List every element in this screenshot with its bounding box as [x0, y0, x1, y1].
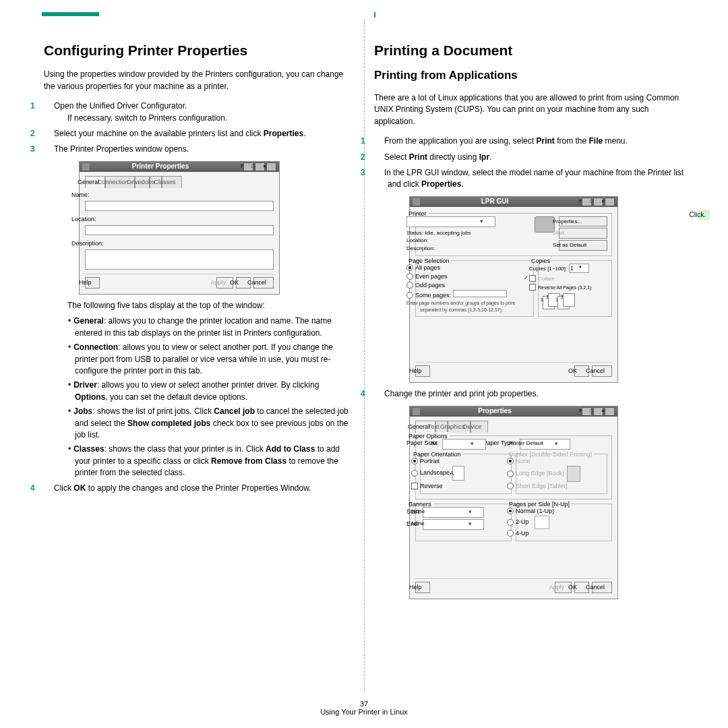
- some-pages-radio[interactable]: [406, 292, 413, 299]
- nup-1-radio[interactable]: [507, 508, 514, 514]
- duplex-group: Duplex [Double-Sided Printing] None Long…: [516, 454, 607, 494]
- bullet-driver: Driver: allows you to view or select ano…: [68, 380, 354, 403]
- duplex-none-radio[interactable]: [507, 458, 514, 464]
- left-step-1: 1Open the Unified Driver Configurator. I…: [44, 100, 354, 124]
- portrait-radio[interactable]: [411, 458, 418, 464]
- left-step-4: 4Click OK to apply the changes and close…: [44, 483, 354, 494]
- orientation-preview: A: [452, 466, 464, 481]
- printer-icon: [535, 216, 555, 233]
- footer-text: Using Your Printer in Linux: [0, 708, 728, 716]
- description-input[interactable]: [85, 249, 274, 270]
- left-step1-note: If necessary, switch to Printers configu…: [81, 113, 354, 124]
- click-callout: Click.: [699, 210, 710, 221]
- right-intro: There are a lot of Linux applications th…: [374, 92, 684, 127]
- right-subheading: Printing from Applications: [374, 67, 684, 84]
- duplex-short-radio[interactable]: [507, 483, 514, 489]
- banners-group: Banners Start: None End: None: [415, 504, 512, 541]
- name-label: Name:: [85, 191, 274, 200]
- location-label: Location:: [85, 215, 274, 224]
- description-label: Description:: [85, 239, 274, 248]
- right-step-4: 4Change the printer and print job proper…: [374, 388, 684, 599]
- collate-icon: 1212: [543, 293, 570, 311]
- left-step-2: 2Select your machine on the available pr…: [44, 128, 354, 140]
- nup-group: Pages per Side [N-Up] Normal (1-Up) 2-Up…: [516, 504, 612, 541]
- some-pages-hint: Enter page numbers and/or groups of page…: [420, 300, 529, 313]
- app-icon: [413, 198, 420, 206]
- left-heading: Configuring Printer Properties: [44, 40, 354, 61]
- left-step-3: 3The Printer Properties window opens. Pr…: [44, 144, 354, 479]
- titlebar: LPR GUI ? □ ×: [410, 197, 617, 207]
- paper-options-group: Paper Options Paper Size: A4 Paper Type:…: [415, 435, 612, 499]
- properties-button[interactable]: Properties...: [559, 216, 607, 227]
- banner-start-select[interactable]: None: [423, 507, 484, 518]
- right-step-1: 1From the application you are using, sel…: [374, 135, 684, 147]
- left-intro: Using the properties window provided by …: [44, 69, 354, 92]
- app-icon: [413, 408, 420, 415]
- tabs: General Text Graphics Device: [415, 421, 612, 433]
- nup-preview: [535, 516, 549, 529]
- location-input[interactable]: [85, 225, 274, 235]
- bullet-general: General: allows you to change the printe…: [68, 315, 354, 339]
- tab-device[interactable]: Device: [471, 421, 488, 433]
- lpr-gui-window: LPR GUI ? □ × Printer Status: Idle, acce…: [409, 196, 618, 383]
- reverse-check[interactable]: [529, 284, 536, 291]
- even-pages-radio[interactable]: [406, 273, 413, 280]
- orientation-group: Paper Orientation Portrait LandscapeA Re…: [420, 454, 512, 494]
- set-default-button[interactable]: Set as Default: [559, 240, 607, 251]
- close-window-btn[interactable]: ×: [605, 407, 615, 416]
- right-heading: Printing a Document: [374, 40, 684, 61]
- tab-classes[interactable]: Classes: [162, 176, 182, 188]
- banner-end-select[interactable]: None: [423, 519, 484, 530]
- nup-2-radio[interactable]: [507, 519, 514, 526]
- duplex-long-radio[interactable]: [507, 471, 514, 477]
- tabs: General Connection Driver Jobs Classes: [85, 176, 274, 188]
- right-step-2: 2Select Print directly using lpr.: [374, 152, 684, 163]
- properties-window: Properties ? □ × General Text Graphics D…: [409, 406, 618, 599]
- bullet-connection: Connection: allows you to view or select…: [68, 342, 354, 377]
- start-button[interactable]: Start: [559, 228, 607, 239]
- page-selection-group: Page Selection All pages Even pages Odd …: [415, 260, 534, 317]
- copies-group: Copies Copies [1~100]: 1 Collate Reverse…: [538, 260, 612, 317]
- nup-4-radio[interactable]: [507, 530, 514, 537]
- all-pages-radio[interactable]: [406, 264, 413, 271]
- printer-properties-window: Printer Properties ? □ × General Connect…: [79, 161, 280, 295]
- collate-check[interactable]: [529, 275, 536, 282]
- printer-location: Location:: [420, 237, 544, 245]
- name-input[interactable]: [85, 201, 274, 211]
- paper-type-select[interactable]: Printer Default: [520, 439, 570, 450]
- page-footer: 37 Using Your Printer in Linux: [0, 700, 728, 716]
- titlebar: Printer Properties ? □ ×: [80, 162, 279, 172]
- duplex-preview: [567, 466, 580, 482]
- close-window-btn[interactable]: ×: [266, 162, 276, 171]
- paper-size-select[interactable]: A4: [442, 439, 486, 450]
- close-window-btn[interactable]: ×: [605, 198, 615, 206]
- cancel-button[interactable]: Cancel: [253, 277, 274, 289]
- cancel-button[interactable]: Cancel: [592, 365, 612, 377]
- reverse-check[interactable]: [411, 483, 418, 489]
- right-step-3: 3In the LPR GUI window, select the model…: [374, 167, 684, 383]
- cancel-button[interactable]: Cancel: [592, 582, 612, 593]
- window-title: Printer Properties: [92, 162, 242, 172]
- odd-pages-radio[interactable]: [406, 282, 413, 289]
- app-icon: [82, 163, 90, 171]
- tabs-intro: The following five tabs display at the t…: [81, 300, 354, 311]
- left-column: Configuring Printer Properties Using the…: [34, 20, 364, 605]
- printer-select[interactable]: [406, 216, 495, 227]
- printer-status: Status: Idle, accepting jobs: [420, 229, 544, 237]
- right-column: Printing a Document Printing from Applic…: [364, 20, 694, 605]
- titlebar: Properties ? □ ×: [410, 406, 617, 417]
- window-title: Properties: [423, 406, 580, 417]
- bullet-jobs: Jobs: shows the list of print jobs. Clic…: [68, 406, 354, 441]
- printer-description: Description:: [420, 245, 544, 253]
- help-button[interactable]: Help: [85, 277, 100, 289]
- bullet-classes: Classes: shows the class that your print…: [68, 444, 354, 479]
- landscape-radio[interactable]: [411, 470, 418, 477]
- window-title: LPR GUI: [423, 197, 580, 207]
- printer-group: Printer Status: Idle, accepting jobs Loc…: [415, 213, 612, 256]
- page-number: 37: [0, 700, 728, 708]
- some-pages-input[interactable]: [453, 290, 507, 297]
- copies-spinner[interactable]: 1: [569, 264, 589, 273]
- help-button[interactable]: Help: [415, 582, 430, 593]
- help-button[interactable]: Help: [415, 365, 430, 377]
